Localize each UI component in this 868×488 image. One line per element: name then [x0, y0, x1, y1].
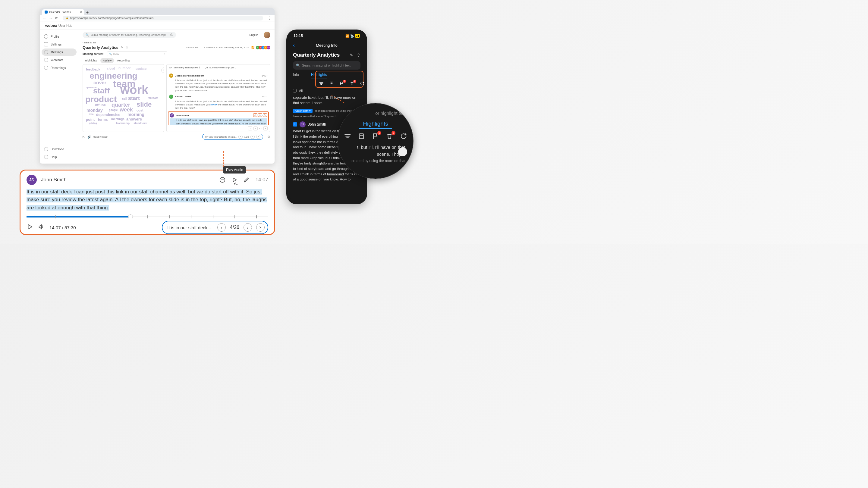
find-close-icon[interactable]: × [256, 135, 260, 139]
snippet-text: separate ticket, but I'll, I'll have mor… [289, 94, 365, 107]
highlights-tab[interactable]: Highlights [359, 121, 392, 129]
tab-recording[interactable]: Recording [115, 58, 132, 63]
transcript-pager: ‹ 1 / 5 › [167, 125, 270, 132]
find-prev-icon[interactable]: ‹ [239, 135, 243, 139]
download-txt[interactable]: Q4_Summary transcript.txt ⤓ [169, 66, 200, 69]
volume-icon[interactable]: 🔊 [87, 135, 91, 138]
transcript-entry[interactable]: JSJohn Smith⊖▷✎14:07It is in our staff d… [168, 111, 269, 125]
edit-icon[interactable] [243, 176, 250, 183]
close-tab-icon[interactable]: × [80, 10, 82, 14]
settings-icon[interactable]: ⚙ [267, 135, 270, 139]
find-next-icon[interactable]: › [250, 135, 255, 139]
transcript-panel: Q4_Summary transcript.txt ⤓ Q4_Summary t… [166, 64, 270, 132]
url-text: https://example.webex.com/webappng/sites… [70, 17, 153, 20]
select-all-checkbox[interactable] [293, 89, 297, 93]
brand-sub: User Hub [59, 24, 72, 27]
forward-icon[interactable]: → [49, 16, 53, 20]
transcript-text: It is in our staff deck I can just post … [27, 188, 268, 212]
flag-icon[interactable]: 2 [372, 133, 379, 140]
url-bar[interactable]: 🔒 https://example.webex.com/webappng/sit… [63, 16, 263, 21]
search-icon: 🔍 [296, 64, 300, 67]
back-icon[interactable]: ← [43, 16, 46, 20]
new-tab-button[interactable]: + [84, 10, 90, 15]
filter-icon[interactable] [319, 81, 324, 87]
browser-tab[interactable]: Calendar - Webex × [42, 9, 84, 15]
find-close-icon[interactable]: × [256, 223, 265, 232]
transcript-entry[interactable]: LLebron James14:07It is in our staff dec… [169, 93, 268, 111]
play-audio-icon[interactable]: Play Audio ↖ [231, 176, 238, 183]
search-input[interactable]: 🔍 Join a meeting or search for a meeting… [83, 32, 176, 38]
filter-icon[interactable] [344, 133, 351, 140]
play-icon[interactable]: ▷ [258, 113, 262, 117]
tab-highlights[interactable]: Highlights [311, 73, 327, 79]
share-icon[interactable]: ⇧ [357, 53, 361, 58]
note-icon[interactable] [329, 81, 334, 87]
timestamp: 14:07 [255, 177, 268, 183]
search-placeholder: Join a meeting or search for a meeting, … [91, 33, 166, 36]
record-icon[interactable] [400, 133, 407, 140]
edit-icon[interactable]: ✎ [350, 53, 353, 58]
page-next[interactable]: › [264, 126, 268, 130]
search-input[interactable]: 🔍 Search transcript or highlight text [293, 61, 361, 70]
slider-thumb[interactable] [128, 215, 133, 219]
clear-icon[interactable]: × [164, 53, 165, 56]
find-text[interactable]: It is in our staff deck... [165, 225, 213, 230]
signal-icon: 📶 [345, 34, 349, 38]
find-prev-icon[interactable]: ‹ [217, 223, 226, 232]
svg-marker-3 [28, 225, 32, 229]
language-selector[interactable]: English [249, 33, 258, 36]
volume-button[interactable] [38, 224, 44, 231]
back-icon[interactable]: ‹ [293, 42, 295, 48]
reload-icon[interactable]: ⟳ [55, 16, 58, 20]
participant-badges[interactable]: SVJL+3 [257, 46, 270, 50]
meeting-content-label: Meeting content [83, 53, 103, 56]
note-icon[interactable] [358, 133, 365, 140]
sidebar-item-meetings[interactable]: Meetings [41, 48, 76, 56]
record-icon[interactable] [360, 81, 365, 87]
find-bar[interactable]: I'm very interested to this po... ‹ 1/26… [202, 134, 263, 140]
sidebar-item-profile[interactable]: Profile [41, 33, 76, 40]
battery-badge: 74 [355, 34, 360, 38]
edit-icon[interactable]: ✎ [263, 113, 267, 117]
info-icon[interactable]: ⓘ [170, 33, 173, 37]
browser-menu-icon[interactable]: ⋮ [265, 16, 275, 20]
all-label: All [299, 89, 303, 93]
wifi-icon: 📡 [350, 34, 354, 38]
remove-highlight-icon[interactable] [219, 176, 226, 183]
search-icon: 🔍 [109, 53, 112, 56]
sidebar-item-help[interactable]: Help [41, 153, 76, 161]
play-icon[interactable]: ▷ [83, 135, 85, 138]
avatar[interactable] [264, 32, 270, 38]
tab-review[interactable]: Review [100, 58, 114, 63]
edit-icon[interactable]: ✎ [121, 46, 123, 49]
find-next-icon[interactable]: › [244, 223, 252, 232]
content-search[interactable]: 🔍 Hello × [107, 52, 167, 56]
word-cloud[interactable]: feedback cloud number update engineering… [83, 64, 164, 132]
filter-icons: 2 2 [289, 79, 365, 88]
remove-icon[interactable]: ⊖ [253, 113, 257, 117]
sidebar-item-download[interactable]: Download [41, 145, 76, 153]
clock: 12:15 [293, 34, 303, 38]
browser-window: Calendar - Webex × + ← → ⟳ 🔒 https://exa… [40, 8, 275, 164]
tab-info[interactable]: Info [293, 73, 299, 79]
trash-icon[interactable]: 2 [386, 133, 393, 140]
nav-buttons: ← → ⟳ [40, 16, 61, 20]
sidebar-item-recordings[interactable]: Recordings [41, 64, 76, 71]
page-prev[interactable]: ‹ [248, 126, 252, 130]
tab-highlights[interactable]: Highlights [83, 58, 99, 63]
play-button[interactable] [27, 224, 33, 231]
transcript-entry[interactable]: JRJessica's Personal Room14:07It is in o… [169, 72, 268, 93]
sidebar-item-webinars[interactable]: Webinars [41, 56, 76, 64]
trash-icon[interactable]: 2 [350, 81, 354, 87]
help-icon [44, 155, 48, 159]
download-pdf[interactable]: Q4_Summary transcript.pdf ⤓ [205, 66, 237, 69]
share-icon[interactable]: ⇧ [126, 46, 128, 49]
action-item-badge[interactable]: Action Item ▾ [293, 109, 313, 113]
playback-slider[interactable] [27, 216, 268, 218]
back-link[interactable]: Back to list [79, 40, 275, 45]
sidebar-item-settings[interactable]: Settings [41, 41, 76, 48]
favicon [44, 10, 48, 13]
transcript-callout: JS John Smith Play Audio ↖ 14:07 It is i… [20, 170, 275, 235]
flag-icon[interactable]: 2 [339, 81, 344, 87]
checkbox-checked[interactable] [293, 122, 297, 127]
